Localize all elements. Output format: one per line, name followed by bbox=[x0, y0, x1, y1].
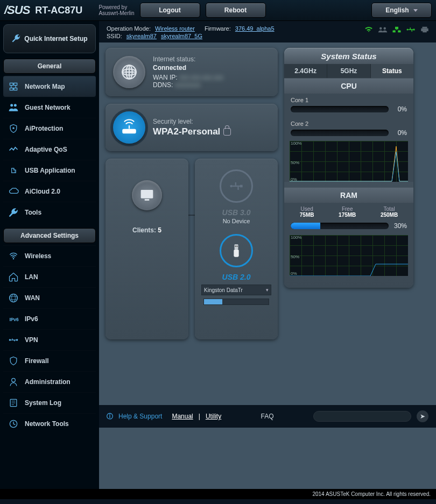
main-area: Operation Mode: Wireless router Firmware… bbox=[99, 21, 436, 489]
internet-status-label: Internet status: bbox=[153, 55, 223, 63]
ram-pct: 30% bbox=[393, 222, 407, 230]
svg-point-0 bbox=[10, 104, 13, 107]
nav-wan[interactable]: WAN bbox=[3, 287, 96, 308]
usb2-device-select[interactable]: Kingston DataTr bbox=[201, 285, 271, 295]
usb3-label: USB 3.0 bbox=[222, 208, 251, 217]
clients-icon bbox=[132, 180, 162, 210]
ssid-label: SSID: bbox=[107, 33, 122, 39]
nav-label: Administration bbox=[25, 378, 71, 386]
nav-icon bbox=[8, 81, 19, 93]
quick-internet-setup-button[interactable]: Quick Internet Setup bbox=[3, 24, 96, 53]
nav-icon bbox=[8, 144, 19, 155]
ddns-value: xxxxxxxx bbox=[175, 81, 201, 89]
security-card[interactable]: Security level: WPA2-Personal bbox=[106, 104, 278, 151]
ram-used-label: Used bbox=[300, 206, 314, 212]
clients-count: 5 bbox=[158, 226, 161, 234]
svg-rect-17 bbox=[393, 31, 396, 33]
usb2-device-name: Kingston DataTr bbox=[204, 287, 243, 293]
nav-icon bbox=[8, 207, 19, 218]
nav-lan[interactable]: LAN bbox=[3, 266, 96, 287]
cpu-core2-bar bbox=[291, 130, 389, 136]
nav-icon bbox=[8, 418, 19, 430]
nav-icon: IPv6 bbox=[8, 313, 19, 325]
topology-column: Internet status: Connected WAN IP: xxx.x… bbox=[106, 48, 278, 339]
svg-rect-34 bbox=[237, 246, 238, 247]
ram-free-label: Free bbox=[339, 206, 356, 212]
usb3-status: No Device bbox=[223, 218, 250, 224]
usb2-storage-bar bbox=[203, 299, 269, 305]
status-bar: Operation Mode: Wireless router Firmware… bbox=[99, 21, 436, 42]
copyright: 2014 ASUSTeK Computer Inc. All rights re… bbox=[0, 489, 436, 499]
powered-label: Powered by bbox=[99, 4, 134, 10]
ssid-24-link[interactable]: skyrealm87 bbox=[126, 33, 157, 39]
tab-status[interactable]: Status bbox=[371, 64, 413, 78]
firmware-link[interactable]: 376.49_alpha5 bbox=[235, 25, 275, 32]
svg-point-15 bbox=[384, 27, 386, 30]
nav-icon bbox=[8, 102, 19, 113]
wan-ip-label: WAN IP: bbox=[153, 74, 178, 81]
nav-administration[interactable]: Administration bbox=[3, 371, 96, 392]
reboot-button[interactable]: Reboot bbox=[206, 3, 266, 18]
svg-point-1 bbox=[14, 104, 17, 107]
utility-link[interactable]: Utility bbox=[206, 413, 221, 420]
svg-rect-21 bbox=[423, 27, 427, 29]
nav-usb-application[interactable]: USB Application bbox=[3, 160, 96, 181]
svg-point-2 bbox=[12, 127, 14, 129]
usb3-icon[interactable] bbox=[220, 169, 253, 203]
help-info-icon: ⓘ bbox=[107, 412, 113, 421]
nav-vpn[interactable]: VPN bbox=[3, 329, 96, 350]
nav-adaptive-qos[interactable]: Adaptive QoS bbox=[3, 139, 96, 160]
nav-icon bbox=[8, 250, 19, 262]
cpu-section: CPU Core 1 0% Core 2 0% 100% 50% 0% bbox=[284, 78, 413, 182]
clients-card[interactable]: Clients: 5 bbox=[106, 159, 188, 339]
usb-status-icon[interactable] bbox=[406, 26, 414, 33]
nav-label: Network Map bbox=[25, 83, 65, 90]
nav-aicloud-2-0[interactable]: AiCloud 2.0 bbox=[3, 181, 96, 202]
faq-search-input[interactable] bbox=[313, 411, 411, 422]
nav-icon bbox=[8, 355, 19, 367]
printer-status-icon[interactable] bbox=[420, 26, 428, 33]
nav-ipv6[interactable]: IPv6IPv6 bbox=[3, 308, 96, 329]
internet-status-card[interactable]: Internet status: Connected WAN IP: xxx.x… bbox=[106, 48, 278, 96]
powered-by: Powered by Asuswrt-Merlin bbox=[99, 4, 134, 16]
security-level-label: Security level: bbox=[153, 118, 231, 125]
language-select[interactable]: English bbox=[371, 3, 432, 18]
svg-point-7 bbox=[12, 294, 16, 302]
svg-point-5 bbox=[10, 294, 18, 302]
nav-label: VPN bbox=[25, 336, 38, 344]
svg-point-4 bbox=[13, 258, 15, 260]
svg-point-3 bbox=[15, 172, 16, 173]
guest-status-icon[interactable] bbox=[378, 26, 386, 33]
ram-free-value: 175MB bbox=[339, 212, 356, 218]
nav-network-tools[interactable]: Network Tools bbox=[3, 413, 96, 434]
cpu-core1-pct: 0% bbox=[393, 105, 407, 113]
manual-link[interactable]: Manual bbox=[172, 413, 193, 420]
clients-label: Clients: bbox=[132, 226, 156, 234]
ssid-5-link[interactable]: skyrealm87_5G bbox=[161, 33, 202, 39]
logout-button[interactable]: Logout bbox=[140, 3, 200, 18]
faq-search-button[interactable]: ➤ bbox=[417, 410, 428, 422]
nav-network-map[interactable]: Network Map bbox=[3, 76, 96, 97]
nav-label: IPv6 bbox=[25, 315, 38, 323]
cpu-core1-bar bbox=[291, 106, 389, 112]
nav-wireless[interactable]: Wireless bbox=[3, 245, 96, 266]
nav-icon bbox=[8, 271, 19, 283]
nav-guest-network[interactable]: Guest Network bbox=[3, 97, 96, 118]
svg-point-11 bbox=[12, 378, 16, 382]
nav-firewall[interactable]: Firewall bbox=[3, 350, 96, 371]
nav-icon bbox=[8, 292, 19, 304]
nav-tools[interactable]: Tools bbox=[3, 202, 96, 223]
nav-label: Guest Network bbox=[25, 104, 71, 111]
nav-system-log[interactable]: System Log bbox=[3, 392, 96, 413]
nav-label: Wireless bbox=[25, 252, 51, 260]
router-icon bbox=[113, 111, 145, 144]
op-mode-link[interactable]: Wireless router bbox=[155, 25, 195, 32]
wifi-status-icon[interactable] bbox=[364, 26, 372, 33]
svg-point-14 bbox=[379, 27, 382, 30]
usb2-icon[interactable] bbox=[220, 234, 253, 267]
lan-status-icon[interactable] bbox=[392, 26, 400, 33]
svg-point-6 bbox=[10, 296, 18, 300]
nav-aiprotection[interactable]: AiProtection bbox=[3, 118, 96, 139]
tab-24ghz[interactable]: 2.4GHz bbox=[284, 64, 327, 78]
tab-5ghz[interactable]: 5GHz bbox=[327, 64, 370, 78]
